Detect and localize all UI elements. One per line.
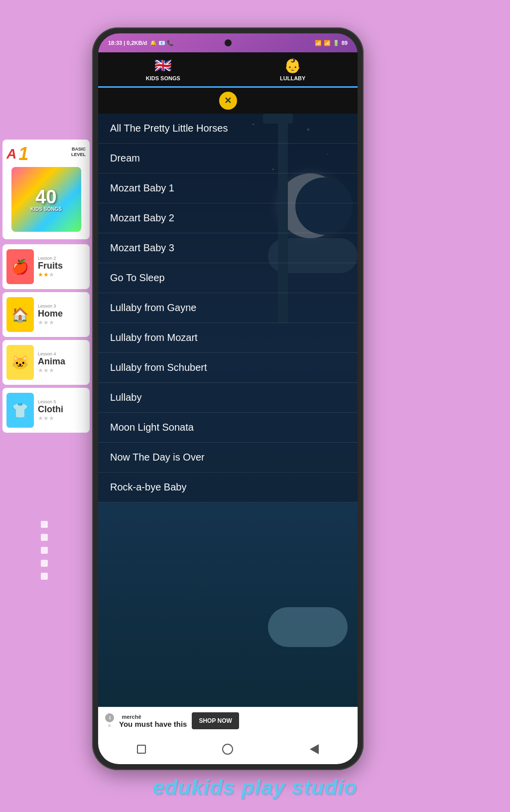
- level-label: BASICLEVEL: [71, 147, 86, 158]
- nav-bar: [98, 734, 358, 764]
- ad-text: You must have this: [119, 720, 187, 728]
- tab-kids-songs[interactable]: 🇬🇧 KIDS SONGS: [98, 52, 228, 86]
- kids-songs-emoji: 🇬🇧: [154, 57, 172, 74]
- list-item[interactable]: Mozart Baby 3: [98, 233, 358, 263]
- lesson-2-stars: ★★★: [38, 271, 86, 278]
- lesson-2-number: Lesson 2: [38, 256, 86, 261]
- list-item[interactable]: Go To Sleep: [98, 263, 358, 293]
- status-left: 18:33 | 0,2KB/d 🔔 📧 📞: [108, 40, 174, 46]
- lullaby-tab-label: LULLABY: [280, 75, 305, 81]
- sidebar-item-animals[interactable]: 🐱 Lesson 4 Anima ★★★: [2, 340, 90, 385]
- list-item[interactable]: Mozart Baby 1: [98, 173, 358, 203]
- phone-frame: 18:33 | 0,2KB/d 🔔 📧 📞 📶 📶 🔋 89 🇬🇧 KIDS S…: [92, 27, 364, 770]
- lesson-3-stars: ★★★: [38, 319, 86, 326]
- a1-letter: A: [6, 146, 16, 162]
- camera-notch: [225, 39, 232, 46]
- animals-icon: 🐱: [6, 345, 34, 380]
- battery-level: 89: [342, 40, 348, 46]
- animals-info: Lesson 4 Anima ★★★: [38, 351, 86, 374]
- nav-square-button[interactable]: [134, 742, 149, 757]
- list-item[interactable]: Rock-a-bye Baby: [98, 473, 358, 502]
- song-list: All The Pretty Little Horses Dream Mozar…: [98, 114, 358, 502]
- lesson-5-name: Clothi: [38, 404, 86, 415]
- tab-bar: 🇬🇧 KIDS SONGS 👶 LULLABY: [98, 52, 358, 88]
- lullaby-emoji: 👶: [284, 57, 301, 74]
- a1-number: 1: [18, 144, 28, 164]
- status-icons: 🔔 📧 📞: [150, 40, 174, 46]
- ad-close-icon[interactable]: ✕: [108, 723, 112, 728]
- home-info: Lesson 3 Home ★★★: [38, 304, 86, 326]
- list-item[interactable]: Now The Day is Over: [98, 443, 358, 473]
- lesson-4-stars: ★★★: [38, 367, 86, 374]
- phone-screen: 18:33 | 0,2KB/d 🔔 📧 📞 📶 📶 🔋 89 🇬🇧 KIDS S…: [98, 33, 358, 764]
- status-right: 📶 📶 🔋 89: [315, 40, 348, 46]
- status-time: 18:33 | 0,2KB/d: [108, 40, 147, 46]
- home-icon: 🏠: [6, 297, 34, 332]
- close-button[interactable]: ✕: [219, 92, 237, 110]
- cloud-2: [268, 607, 348, 647]
- lesson-4-number: Lesson 4: [38, 351, 86, 356]
- screen-content: 18:33 | 0,2KB/d 🔔 📧 📞 📶 📶 🔋 89 🇬🇧 KIDS S…: [98, 33, 358, 764]
- lesson-3-name: Home: [38, 309, 86, 319]
- wifi-icon: 📶: [324, 40, 331, 46]
- sidebar-item-home[interactable]: 🏠 Lesson 3 Home ★★★: [2, 292, 90, 337]
- branding-label: edukids play studio: [0, 776, 510, 800]
- sidebar-item-fruits[interactable]: 🍎 Lesson 2 Fruits ★★★: [2, 244, 90, 289]
- list-item[interactable]: Dream: [98, 144, 358, 173]
- battery-icon: 🔋: [333, 40, 340, 46]
- shop-now-button[interactable]: SHOP NOW: [192, 712, 239, 729]
- close-indicator-bar: ✕: [98, 88, 358, 114]
- dot-1: [41, 521, 48, 528]
- lesson-3-number: Lesson 3: [38, 304, 86, 309]
- circle-icon: [222, 744, 233, 755]
- a1-badge: A 1: [6, 144, 28, 164]
- dot-4: [41, 560, 48, 567]
- list-item[interactable]: Moon Light Sonata: [98, 413, 358, 443]
- clothing-info: Lesson 5 Clothi ★★★: [38, 399, 86, 422]
- forty-number: 40: [30, 187, 62, 206]
- kids-songs-tab-label: KIDS SONGS: [146, 75, 180, 81]
- square-icon: [137, 745, 146, 754]
- forty-kids-songs-card: 40 KIDS SONGS: [11, 167, 81, 232]
- back-arrow-icon: [310, 744, 319, 754]
- lesson-2-name: Fruits: [38, 261, 86, 271]
- list-item[interactable]: Lullaby from Mozart: [98, 323, 358, 353]
- nav-home-button[interactable]: [220, 742, 235, 757]
- lesson-4-name: Anima: [38, 356, 86, 367]
- fruits-info: Lesson 2 Fruits ★★★: [38, 256, 86, 278]
- tab-lullaby[interactable]: 👶 LULLABY: [228, 52, 358, 88]
- signal-icon: 📶: [315, 40, 322, 46]
- ad-brand-logo: merché: [119, 714, 144, 720]
- kids-songs-subtitle: KIDS SONGS: [30, 206, 62, 212]
- list-item[interactable]: Lullaby: [98, 383, 358, 413]
- list-item[interactable]: Lullaby from Schubert: [98, 353, 358, 383]
- fruits-icon: 🍎: [6, 249, 34, 284]
- nav-back-button[interactable]: [307, 742, 322, 757]
- list-item[interactable]: All The Pretty Little Horses: [98, 114, 358, 144]
- sidebar-item-clothing[interactable]: 👕 Lesson 5 Clothi ★★★: [2, 388, 90, 433]
- clothing-icon: 👕: [6, 393, 34, 428]
- ad-banner: ℹ ✕ merché You must have this SHOP NOW: [98, 707, 358, 734]
- list-item[interactable]: Lullaby from Gayne: [98, 293, 358, 323]
- lesson-5-number: Lesson 5: [38, 399, 86, 404]
- pagination-dots: [41, 521, 48, 580]
- song-list-container: All The Pretty Little Horses Dream Mozar…: [98, 114, 358, 707]
- sidebar-top-card[interactable]: A 1 BASICLEVEL 40 KIDS SONGS: [2, 140, 90, 239]
- lesson-5-stars: ★★★: [38, 415, 86, 422]
- sidebar: A 1 BASICLEVEL 40 KIDS SONGS 🍎 Lesson 2 …: [0, 140, 92, 436]
- dot-2: [41, 534, 48, 541]
- list-item[interactable]: Mozart Baby 2: [98, 203, 358, 233]
- dot-5: [41, 573, 48, 580]
- dot-3: [41, 547, 48, 554]
- ad-info-icon: ℹ: [105, 713, 114, 722]
